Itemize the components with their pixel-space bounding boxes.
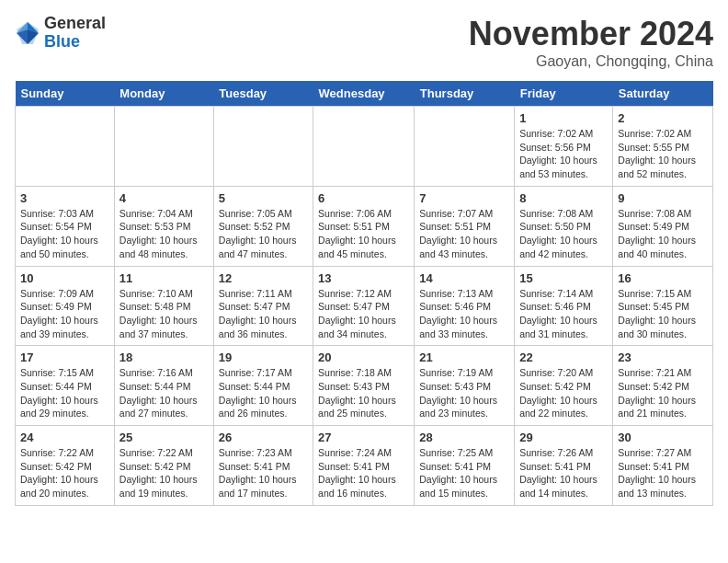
weekday-header: Monday <box>114 81 213 107</box>
calendar-table: SundayMondayTuesdayWednesdayThursdayFrid… <box>15 81 713 506</box>
weekday-header: Thursday <box>415 81 515 107</box>
day-number: 22 <box>519 350 608 364</box>
day-number: 24 <box>20 431 109 444</box>
calendar-cell: 7Sunrise: 7:07 AMSunset: 5:51 PMDaylight… <box>415 186 515 266</box>
day-info: Sunrise: 7:22 AMSunset: 5:42 PMDaylight:… <box>20 446 109 500</box>
day-info: Sunrise: 7:07 AMSunset: 5:51 PMDaylight:… <box>419 207 509 261</box>
calendar-week-row: 3Sunrise: 7:03 AMSunset: 5:54 PMDaylight… <box>16 186 713 266</box>
calendar-cell: 24Sunrise: 7:22 AMSunset: 5:42 PMDayligh… <box>16 426 115 506</box>
day-info: Sunrise: 7:23 AMSunset: 5:41 PMDaylight:… <box>219 446 308 500</box>
day-info: Sunrise: 7:18 AMSunset: 5:43 PMDaylight:… <box>318 366 409 420</box>
calendar-week-row: 1Sunrise: 7:02 AMSunset: 5:56 PMDaylight… <box>16 107 713 187</box>
calendar-cell <box>16 107 115 187</box>
month-title: November 2024 <box>469 15 713 53</box>
calendar-cell: 23Sunrise: 7:21 AMSunset: 5:42 PMDayligh… <box>613 346 713 426</box>
calendar-cell: 15Sunrise: 7:14 AMSunset: 5:46 PMDayligh… <box>515 266 613 346</box>
day-number: 3 <box>20 191 109 205</box>
day-number: 20 <box>318 350 409 364</box>
day-info: Sunrise: 7:04 AMSunset: 5:53 PMDaylight:… <box>119 207 209 261</box>
calendar-cell: 19Sunrise: 7:17 AMSunset: 5:44 PMDayligh… <box>213 346 313 426</box>
calendar-cell: 27Sunrise: 7:24 AMSunset: 5:41 PMDayligh… <box>313 426 415 506</box>
day-info: Sunrise: 7:05 AMSunset: 5:52 PMDaylight:… <box>219 207 308 261</box>
calendar-cell: 2Sunrise: 7:02 AMSunset: 5:55 PMDaylight… <box>613 107 713 187</box>
day-number: 28 <box>419 431 509 444</box>
weekday-header-row: SundayMondayTuesdayWednesdayThursdayFrid… <box>16 81 713 107</box>
day-info: Sunrise: 7:17 AMSunset: 5:44 PMDaylight:… <box>219 366 308 420</box>
calendar-cell: 8Sunrise: 7:08 AMSunset: 5:50 PMDaylight… <box>515 186 613 266</box>
day-number: 19 <box>219 350 308 364</box>
day-info: Sunrise: 7:12 AMSunset: 5:47 PMDaylight:… <box>318 287 409 341</box>
day-info: Sunrise: 7:27 AMSunset: 5:41 PMDaylight:… <box>618 446 708 500</box>
title-block: November 2024 Gaoyan, Chongqing, China <box>469 15 713 70</box>
day-info: Sunrise: 7:13 AMSunset: 5:46 PMDaylight:… <box>419 287 509 341</box>
weekday-header: Saturday <box>613 81 713 107</box>
day-info: Sunrise: 7:15 AMSunset: 5:45 PMDaylight:… <box>618 287 708 341</box>
calendar-cell: 10Sunrise: 7:09 AMSunset: 5:49 PMDayligh… <box>16 266 115 346</box>
calendar-cell: 18Sunrise: 7:16 AMSunset: 5:44 PMDayligh… <box>114 346 213 426</box>
calendar-cell: 4Sunrise: 7:04 AMSunset: 5:53 PMDaylight… <box>114 186 213 266</box>
day-number: 17 <box>20 350 109 364</box>
day-info: Sunrise: 7:09 AMSunset: 5:49 PMDaylight:… <box>20 287 109 341</box>
calendar-cell: 11Sunrise: 7:10 AMSunset: 5:48 PMDayligh… <box>114 266 213 346</box>
day-number: 18 <box>119 350 209 364</box>
day-number: 7 <box>419 191 509 205</box>
day-number: 6 <box>318 191 409 205</box>
day-number: 26 <box>219 431 308 444</box>
calendar-cell: 20Sunrise: 7:18 AMSunset: 5:43 PMDayligh… <box>313 346 415 426</box>
calendar-week-row: 10Sunrise: 7:09 AMSunset: 5:49 PMDayligh… <box>16 266 713 346</box>
calendar-cell: 3Sunrise: 7:03 AMSunset: 5:54 PMDaylight… <box>16 186 115 266</box>
calendar-cell <box>415 107 515 187</box>
calendar-cell: 25Sunrise: 7:22 AMSunset: 5:42 PMDayligh… <box>114 426 213 506</box>
day-number: 12 <box>219 271 308 285</box>
day-number: 11 <box>119 271 209 285</box>
calendar-cell: 26Sunrise: 7:23 AMSunset: 5:41 PMDayligh… <box>213 426 313 506</box>
logo-blue: Blue <box>44 33 106 52</box>
page-header: General Blue November 2024 Gaoyan, Chong… <box>15 15 713 70</box>
day-info: Sunrise: 7:06 AMSunset: 5:51 PMDaylight:… <box>318 207 409 261</box>
day-number: 13 <box>318 271 409 285</box>
calendar-cell: 29Sunrise: 7:26 AMSunset: 5:41 PMDayligh… <box>515 426 613 506</box>
calendar-cell: 30Sunrise: 7:27 AMSunset: 5:41 PMDayligh… <box>613 426 713 506</box>
location: Gaoyan, Chongqing, China <box>469 53 713 70</box>
logo-text: General Blue <box>44 15 106 52</box>
day-info: Sunrise: 7:20 AMSunset: 5:42 PMDaylight:… <box>519 366 608 420</box>
day-number: 25 <box>119 431 209 444</box>
calendar-week-row: 24Sunrise: 7:22 AMSunset: 5:42 PMDayligh… <box>16 426 713 506</box>
logo: General Blue <box>15 15 106 52</box>
day-info: Sunrise: 7:21 AMSunset: 5:42 PMDaylight:… <box>618 366 708 420</box>
day-info: Sunrise: 7:10 AMSunset: 5:48 PMDaylight:… <box>119 287 209 341</box>
calendar-cell <box>313 107 415 187</box>
calendar-week-row: 17Sunrise: 7:15 AMSunset: 5:44 PMDayligh… <box>16 346 713 426</box>
day-info: Sunrise: 7:24 AMSunset: 5:41 PMDaylight:… <box>318 446 409 500</box>
calendar-cell: 6Sunrise: 7:06 AMSunset: 5:51 PMDaylight… <box>313 186 415 266</box>
day-number: 1 <box>519 111 608 125</box>
day-info: Sunrise: 7:08 AMSunset: 5:49 PMDaylight:… <box>618 207 708 261</box>
calendar-cell: 16Sunrise: 7:15 AMSunset: 5:45 PMDayligh… <box>613 266 713 346</box>
day-info: Sunrise: 7:26 AMSunset: 5:41 PMDaylight:… <box>519 446 608 500</box>
day-info: Sunrise: 7:22 AMSunset: 5:42 PMDaylight:… <box>119 446 209 500</box>
day-number: 4 <box>119 191 209 205</box>
calendar-cell <box>213 107 313 187</box>
day-number: 9 <box>618 191 708 205</box>
weekday-header: Friday <box>515 81 613 107</box>
day-info: Sunrise: 7:14 AMSunset: 5:46 PMDaylight:… <box>519 287 608 341</box>
day-number: 16 <box>618 271 708 285</box>
calendar-cell: 9Sunrise: 7:08 AMSunset: 5:49 PMDaylight… <box>613 186 713 266</box>
day-info: Sunrise: 7:15 AMSunset: 5:44 PMDaylight:… <box>20 366 109 420</box>
calendar-cell: 17Sunrise: 7:15 AMSunset: 5:44 PMDayligh… <box>16 346 115 426</box>
day-number: 8 <box>519 191 608 205</box>
calendar-cell: 28Sunrise: 7:25 AMSunset: 5:41 PMDayligh… <box>415 426 515 506</box>
day-number: 14 <box>419 271 509 285</box>
calendar-cell: 14Sunrise: 7:13 AMSunset: 5:46 PMDayligh… <box>415 266 515 346</box>
day-info: Sunrise: 7:19 AMSunset: 5:43 PMDaylight:… <box>419 366 509 420</box>
logo-icon <box>15 20 40 46</box>
day-number: 29 <box>519 431 608 444</box>
day-number: 23 <box>618 350 708 364</box>
calendar-cell: 13Sunrise: 7:12 AMSunset: 5:47 PMDayligh… <box>313 266 415 346</box>
calendar-cell: 22Sunrise: 7:20 AMSunset: 5:42 PMDayligh… <box>515 346 613 426</box>
logo-general: General <box>44 15 106 33</box>
calendar-cell: 1Sunrise: 7:02 AMSunset: 5:56 PMDaylight… <box>515 107 613 187</box>
calendar-cell <box>114 107 213 187</box>
weekday-header: Sunday <box>16 81 115 107</box>
day-info: Sunrise: 7:16 AMSunset: 5:44 PMDaylight:… <box>119 366 209 420</box>
